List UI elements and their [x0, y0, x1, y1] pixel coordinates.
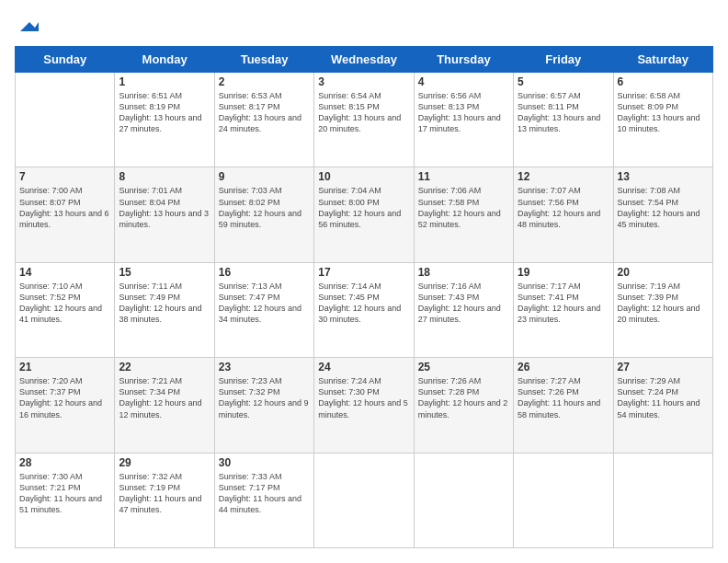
cell-info: Sunrise: 7:07 AMSunset: 7:56 PMDaylight:… — [518, 185, 609, 230]
day-number: 22 — [119, 361, 210, 373]
calendar-cell: 14Sunrise: 7:10 AMSunset: 7:52 PMDayligh… — [16, 262, 115, 357]
day-number: 13 — [618, 170, 709, 183]
calendar-cell: 2Sunrise: 6:53 AMSunset: 8:17 PMDaylight… — [214, 73, 313, 167]
calendar-week-row: 14Sunrise: 7:10 AMSunset: 7:52 PMDayligh… — [16, 262, 713, 357]
cell-info: Sunrise: 7:30 AMSunset: 7:21 PMDaylight:… — [19, 471, 110, 516]
cell-info: Sunrise: 7:13 AMSunset: 7:47 PMDaylight:… — [219, 281, 310, 326]
cell-info: Sunrise: 7:23 AMSunset: 7:32 PMDaylight:… — [219, 375, 310, 420]
calendar-cell: 18Sunrise: 7:16 AMSunset: 7:43 PMDayligh… — [414, 262, 513, 357]
calendar-cell: 4Sunrise: 6:56 AMSunset: 8:13 PMDaylight… — [414, 73, 513, 167]
logo-icon — [17, 15, 39, 37]
calendar-cell — [613, 453, 712, 547]
cell-info: Sunrise: 7:08 AMSunset: 7:54 PMDaylight:… — [618, 185, 709, 230]
day-number: 14 — [19, 266, 110, 279]
calendar-cell: 27Sunrise: 7:29 AMSunset: 7:24 PMDayligh… — [613, 358, 712, 453]
calendar-cell: 9Sunrise: 7:03 AMSunset: 8:02 PMDaylight… — [214, 167, 313, 262]
calendar-cell — [16, 73, 115, 167]
calendar-cell: 15Sunrise: 7:11 AMSunset: 7:49 PMDayligh… — [115, 262, 214, 357]
day-number: 26 — [518, 361, 609, 373]
cell-info: Sunrise: 7:11 AMSunset: 7:49 PMDaylight:… — [119, 281, 210, 326]
day-number: 5 — [518, 75, 609, 88]
logo — [15, 15, 39, 37]
svg-marker-0 — [20, 22, 39, 31]
cell-info: Sunrise: 7:10 AMSunset: 7:52 PMDaylight:… — [19, 281, 110, 326]
calendar-cell: 12Sunrise: 7:07 AMSunset: 7:56 PMDayligh… — [514, 167, 613, 262]
day-number: 18 — [418, 266, 509, 279]
day-number: 24 — [318, 361, 409, 373]
calendar-cell: 24Sunrise: 7:24 AMSunset: 7:30 PMDayligh… — [314, 358, 414, 453]
calendar-cell — [314, 453, 414, 547]
cell-info: Sunrise: 6:56 AMSunset: 8:13 PMDaylight:… — [418, 90, 509, 135]
calendar-cell: 16Sunrise: 7:13 AMSunset: 7:47 PMDayligh… — [214, 262, 313, 357]
calendar-cell: 6Sunrise: 6:58 AMSunset: 8:09 PMDaylight… — [613, 73, 712, 167]
day-number: 16 — [219, 266, 310, 279]
day-header-friday: Friday — [514, 47, 613, 73]
calendar-cell: 23Sunrise: 7:23 AMSunset: 7:32 PMDayligh… — [214, 358, 313, 453]
day-number: 10 — [318, 170, 409, 183]
cell-info: Sunrise: 7:29 AMSunset: 7:24 PMDaylight:… — [618, 375, 709, 420]
calendar-header-row: SundayMondayTuesdayWednesdayThursdayFrid… — [16, 47, 713, 73]
cell-info: Sunrise: 7:03 AMSunset: 8:02 PMDaylight:… — [219, 185, 310, 230]
cell-info: Sunrise: 7:14 AMSunset: 7:45 PMDaylight:… — [318, 281, 409, 326]
day-number: 7 — [19, 170, 110, 183]
day-number: 23 — [219, 361, 310, 373]
calendar-cell: 29Sunrise: 7:32 AMSunset: 7:19 PMDayligh… — [115, 453, 214, 547]
cell-info: Sunrise: 7:04 AMSunset: 8:00 PMDaylight:… — [318, 185, 409, 230]
day-number: 21 — [19, 361, 110, 373]
calendar-cell: 25Sunrise: 7:26 AMSunset: 7:28 PMDayligh… — [414, 358, 513, 453]
day-number: 3 — [318, 75, 409, 88]
day-number: 20 — [618, 266, 709, 279]
day-header-wednesday: Wednesday — [314, 47, 414, 73]
page: SundayMondayTuesdayWednesdayThursdayFrid… — [0, 0, 728, 563]
calendar-cell — [414, 453, 513, 547]
day-number: 8 — [119, 170, 210, 183]
cell-info: Sunrise: 7:27 AMSunset: 7:26 PMDaylight:… — [518, 375, 609, 420]
calendar-cell: 8Sunrise: 7:01 AMSunset: 8:04 PMDaylight… — [115, 167, 214, 262]
calendar-cell: 21Sunrise: 7:20 AMSunset: 7:37 PMDayligh… — [16, 358, 115, 453]
calendar-cell: 30Sunrise: 7:33 AMSunset: 7:17 PMDayligh… — [214, 453, 313, 547]
day-number: 30 — [219, 456, 310, 469]
calendar-week-row: 1Sunrise: 6:51 AMSunset: 8:19 PMDaylight… — [16, 73, 713, 167]
calendar-cell — [514, 453, 613, 547]
cell-info: Sunrise: 7:26 AMSunset: 7:28 PMDaylight:… — [418, 375, 509, 420]
cell-info: Sunrise: 6:57 AMSunset: 8:11 PMDaylight:… — [518, 90, 609, 135]
cell-info: Sunrise: 7:21 AMSunset: 7:34 PMDaylight:… — [119, 375, 210, 420]
calendar-cell: 5Sunrise: 6:57 AMSunset: 8:11 PMDaylight… — [514, 73, 613, 167]
cell-info: Sunrise: 7:32 AMSunset: 7:19 PMDaylight:… — [119, 471, 210, 516]
day-header-sunday: Sunday — [16, 47, 115, 73]
day-number: 12 — [518, 170, 609, 183]
cell-info: Sunrise: 7:19 AMSunset: 7:39 PMDaylight:… — [618, 281, 709, 326]
calendar-cell: 28Sunrise: 7:30 AMSunset: 7:21 PMDayligh… — [16, 453, 115, 547]
day-header-saturday: Saturday — [613, 47, 712, 73]
cell-info: Sunrise: 7:16 AMSunset: 7:43 PMDaylight:… — [418, 281, 509, 326]
calendar-cell: 26Sunrise: 7:27 AMSunset: 7:26 PMDayligh… — [514, 358, 613, 453]
day-number: 19 — [518, 266, 609, 279]
day-number: 29 — [119, 456, 210, 469]
calendar-cell: 1Sunrise: 6:51 AMSunset: 8:19 PMDaylight… — [115, 73, 214, 167]
day-header-thursday: Thursday — [414, 47, 513, 73]
cell-info: Sunrise: 7:20 AMSunset: 7:37 PMDaylight:… — [19, 375, 110, 420]
calendar-cell: 19Sunrise: 7:17 AMSunset: 7:41 PMDayligh… — [514, 262, 613, 357]
cell-info: Sunrise: 6:54 AMSunset: 8:15 PMDaylight:… — [318, 90, 409, 135]
day-number: 28 — [19, 456, 110, 469]
day-number: 11 — [418, 170, 509, 183]
cell-info: Sunrise: 7:01 AMSunset: 8:04 PMDaylight:… — [119, 185, 210, 230]
cell-info: Sunrise: 6:53 AMSunset: 8:17 PMDaylight:… — [219, 90, 310, 135]
logo-text — [15, 15, 39, 37]
day-number: 2 — [219, 75, 310, 88]
calendar-cell: 10Sunrise: 7:04 AMSunset: 8:00 PMDayligh… — [314, 167, 414, 262]
cell-info: Sunrise: 7:33 AMSunset: 7:17 PMDaylight:… — [219, 471, 310, 516]
cell-info: Sunrise: 7:06 AMSunset: 7:58 PMDaylight:… — [418, 185, 509, 230]
day-number: 15 — [119, 266, 210, 279]
calendar-cell: 3Sunrise: 6:54 AMSunset: 8:15 PMDaylight… — [314, 73, 414, 167]
calendar-week-row: 7Sunrise: 7:00 AMSunset: 8:07 PMDaylight… — [16, 167, 713, 262]
day-number: 6 — [618, 75, 709, 88]
day-number: 17 — [318, 266, 409, 279]
calendar-cell: 20Sunrise: 7:19 AMSunset: 7:39 PMDayligh… — [613, 262, 712, 357]
calendar-week-row: 28Sunrise: 7:30 AMSunset: 7:21 PMDayligh… — [16, 453, 713, 547]
cell-info: Sunrise: 7:17 AMSunset: 7:41 PMDaylight:… — [518, 281, 609, 326]
day-number: 9 — [219, 170, 310, 183]
calendar-cell: 22Sunrise: 7:21 AMSunset: 7:34 PMDayligh… — [115, 358, 214, 453]
calendar-cell: 11Sunrise: 7:06 AMSunset: 7:58 PMDayligh… — [414, 167, 513, 262]
day-number: 4 — [418, 75, 509, 88]
